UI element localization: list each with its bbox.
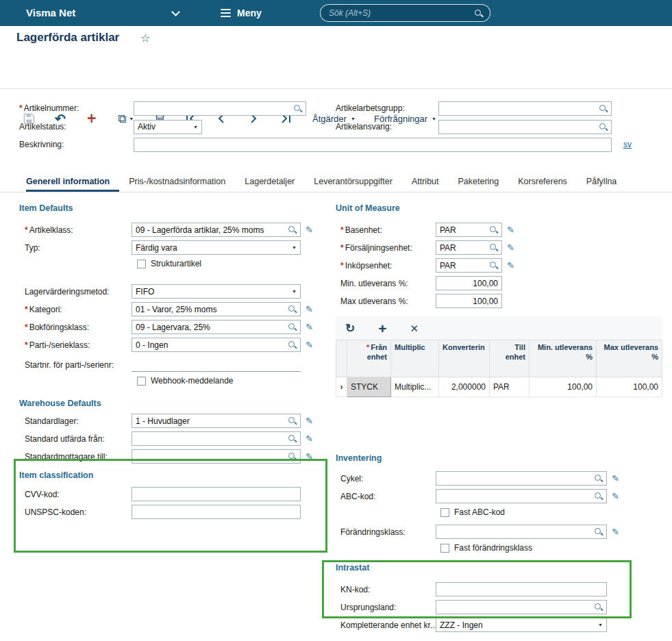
edit-pencil-icon[interactable]: ✎ (306, 452, 313, 461)
edit-pencil-icon[interactable]: ✎ (507, 243, 514, 252)
col-konvertering[interactable]: Konverterin (439, 340, 490, 377)
cell-max[interactable]: 100,00 (597, 377, 662, 397)
artikelnummer-input[interactable] (134, 101, 306, 116)
lookup-icon[interactable] (489, 243, 498, 252)
tab-attribut[interactable]: Attribut (402, 172, 449, 192)
beskrivning-input[interactable] (134, 138, 612, 152)
forandringsklass-input[interactable] (436, 525, 607, 539)
webhook-checkbox[interactable] (137, 377, 146, 386)
partiserieklass-input[interactable]: 0 - Ingen (132, 338, 301, 352)
lookup-icon[interactable] (489, 225, 498, 234)
cell-konvertering[interactable]: 2,000000 (439, 377, 490, 397)
standardlager-input[interactable]: 1 - Huvudlager (132, 414, 301, 428)
uom-grid-toolbar: ↻ + ✕ (336, 316, 662, 340)
edit-pencil-icon[interactable]: ✎ (306, 225, 313, 234)
typ-select[interactable]: Färdig vara▼ (132, 240, 301, 255)
ursprungsland-input[interactable] (436, 600, 607, 614)
edit-pencil-icon[interactable]: ✎ (507, 225, 514, 234)
translation-link[interactable]: sv (623, 140, 632, 149)
global-search[interactable] (320, 4, 490, 22)
col-min-utleverans[interactable]: Min. utleverans % (530, 340, 597, 377)
kategori-input[interactable]: 01 - Varor, 25% moms (132, 302, 301, 316)
grid-add-icon[interactable]: + (378, 321, 386, 336)
edit-pencil-icon[interactable]: ✎ (306, 416, 313, 425)
max-utleverans-input[interactable]: 100,00 (436, 294, 502, 308)
fast-forandringsklass-checkbox[interactable] (440, 544, 449, 553)
edit-pencil-icon[interactable]: ✎ (612, 492, 619, 501)
cvv-kod-input[interactable] (132, 487, 301, 501)
cell-fran-enhet[interactable]: STYCK (347, 377, 391, 397)
edit-pencil-icon[interactable]: ✎ (306, 434, 313, 443)
fast-abc-checkbox[interactable] (440, 508, 449, 517)
edit-pencil-icon[interactable]: ✎ (612, 474, 619, 483)
lookup-icon[interactable] (293, 104, 302, 113)
lookup-icon[interactable] (288, 305, 297, 314)
lookup-icon[interactable] (489, 261, 498, 270)
lookup-icon[interactable] (594, 527, 603, 536)
lagervarderingsmetod-select[interactable]: FIFO▼ (132, 284, 301, 299)
strukturartikel-checkbox[interactable] (137, 260, 146, 268)
artikelstatus-select[interactable]: Aktiv▼ (134, 120, 202, 134)
col-max-utleverans[interactable]: Max utleverans % (597, 340, 662, 377)
tab-generell-information[interactable]: Generell information (26, 172, 119, 192)
row-expander-icon[interactable]: › (336, 377, 347, 397)
basenhet-input[interactable]: PAR (436, 223, 502, 237)
forsaljningsenhet-input[interactable]: PAR (436, 240, 502, 255)
edit-pencil-icon[interactable]: ✎ (306, 305, 313, 314)
min-utleverans-input[interactable]: 100,00 (436, 276, 502, 290)
edit-pencil-icon[interactable]: ✎ (612, 527, 619, 536)
abc-kod-input[interactable] (436, 489, 607, 503)
artikelarbetsgrupp-input[interactable] (438, 101, 612, 116)
tab-pafyllnad[interactable]: Påfyllna (577, 172, 626, 192)
inkopsenhet-input[interactable]: PAR (436, 258, 502, 273)
col-multiplic[interactable]: Multiplic (391, 340, 439, 377)
tab-pris-kostnadsinformation[interactable]: Pris-/kostnadsinformation (119, 172, 235, 192)
col-fran-enhet[interactable]: *Från enhet (347, 340, 391, 377)
kn-kod-input[interactable] (436, 582, 607, 596)
standardmottagare-input[interactable] (132, 449, 301, 464)
edit-pencil-icon[interactable]: ✎ (306, 340, 313, 349)
chevron-down-icon[interactable]: ▼ (193, 125, 198, 129)
lookup-icon[interactable] (288, 225, 297, 234)
col-till-enhet[interactable]: Till enhet (490, 340, 530, 377)
menu-button[interactable]: Meny (221, 0, 262, 26)
edit-pencil-icon[interactable]: ✎ (306, 323, 313, 331)
cell-multiplic[interactable]: Multiplic... (391, 377, 439, 397)
lookup-icon[interactable] (288, 452, 297, 461)
chevron-down-icon[interactable]: ▼ (292, 289, 297, 294)
chevron-down-icon[interactable]: ▼ (598, 623, 603, 627)
search-input[interactable] (327, 8, 474, 18)
cykel-input[interactable] (436, 471, 607, 486)
tab-lagerdetaljer[interactable]: Lagerdetaljer (235, 172, 304, 192)
lookup-icon[interactable] (599, 123, 608, 131)
lookup-icon[interactable] (594, 603, 603, 612)
tab-paketering[interactable]: Paketering (449, 172, 509, 192)
lookup-icon[interactable] (599, 104, 608, 113)
lookup-icon[interactable] (288, 416, 297, 425)
standard-utfarda-input[interactable] (132, 431, 301, 446)
lookup-icon[interactable] (288, 434, 297, 443)
table-row[interactable]: › STYCK Multiplic... 2,000000 PAR 100,00… (336, 377, 662, 397)
lookup-icon[interactable] (288, 323, 297, 331)
artikelansvarig-input[interactable] (438, 120, 612, 134)
refresh-icon[interactable]: ↻ (345, 323, 355, 334)
unspsc-input[interactable] (132, 505, 301, 519)
chevron-down-icon[interactable] (171, 8, 180, 16)
lookup-icon[interactable] (594, 492, 603, 501)
kompletterande-select[interactable]: ZZZ - Ingen▼ (436, 618, 607, 632)
app-brand[interactable]: Visma Net (26, 0, 75, 26)
tab-korsreferens[interactable]: Korsreferens (508, 172, 577, 192)
cell-min[interactable]: 100,00 (530, 377, 597, 397)
bokforingsklass-input[interactable]: 09 - Lagervara, 25% (132, 320, 301, 334)
search-icon[interactable] (474, 9, 483, 18)
lookup-icon[interactable] (288, 340, 297, 349)
startnr-input[interactable] (132, 358, 301, 372)
favorite-star-icon[interactable]: ☆ (140, 32, 150, 45)
tab-leverantorsuppgifter[interactable]: Leverantörsuppgifter (304, 172, 402, 192)
artikelklass-input[interactable]: 09 - Lagerförda artiklar, 25% moms (132, 223, 301, 237)
lookup-icon[interactable] (594, 474, 603, 483)
chevron-down-icon[interactable]: ▼ (292, 245, 297, 250)
edit-pencil-icon[interactable]: ✎ (507, 261, 514, 270)
cell-till-enhet[interactable]: PAR (490, 377, 530, 397)
grid-delete-icon[interactable]: ✕ (410, 323, 419, 334)
